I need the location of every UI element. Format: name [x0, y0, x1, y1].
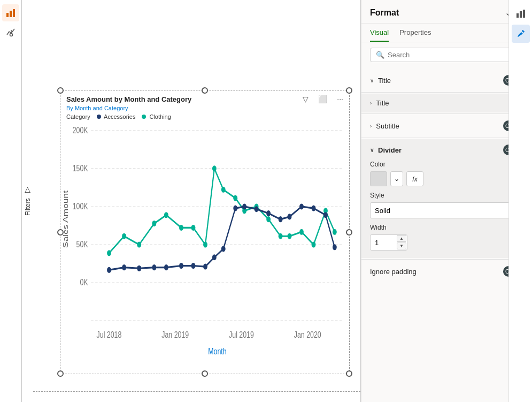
- svg-text:200K: 200K: [73, 124, 88, 135]
- svg-rect-0: [6, 13, 9, 17]
- svg-point-51: [221, 246, 226, 252]
- svg-text:50K: 50K: [76, 239, 88, 249]
- subtitle-section-label: › Subtitle: [370, 122, 399, 130]
- title-section-row[interactable]: ∨ Title On: [361, 70, 532, 91]
- title-chevron: ∨: [370, 78, 374, 84]
- divider-chevron-down: ∨: [370, 147, 374, 153]
- svg-point-31: [221, 187, 226, 193]
- spin-btns: ▲ ▼: [397, 235, 406, 249]
- focus-mode-icon[interactable]: ⬜: [316, 94, 329, 104]
- handle-tl[interactable]: [57, 87, 64, 94]
- spin-down-btn[interactable]: ▼: [397, 242, 406, 249]
- svg-point-24: [137, 241, 141, 247]
- svg-point-37: [288, 233, 292, 239]
- svg-rect-65: [521, 30, 525, 33]
- bar-chart-icon: [6, 8, 16, 18]
- color-swatch[interactable]: [370, 171, 387, 186]
- filters-label[interactable]: Filters ▽: [21, 0, 33, 402]
- style-select[interactable]: Solid Dashed Dotted: [370, 202, 523, 218]
- ignore-padding-row: Ignore padding On: [361, 261, 532, 282]
- svg-rect-1: [10, 11, 12, 17]
- accessories-label: Accessories: [104, 113, 135, 120]
- svg-point-32: [233, 195, 237, 201]
- svg-point-41: [333, 229, 337, 235]
- title-expand-row[interactable]: › Title: [361, 94, 532, 112]
- svg-point-23: [122, 233, 126, 239]
- svg-point-53: [242, 203, 246, 209]
- filter-chart-icon[interactable]: ▽: [300, 94, 311, 104]
- svg-point-39: [312, 241, 316, 247]
- svg-point-49: [203, 264, 207, 270]
- svg-text:0K: 0K: [80, 277, 88, 287]
- handle-tr[interactable]: [346, 87, 352, 94]
- handle-br[interactable]: [346, 370, 352, 377]
- bar-chart-sidebar-btn[interactable]: [2, 4, 19, 21]
- clothing-dot: [142, 115, 146, 119]
- analytics-icon: [6, 27, 16, 37]
- legend-accessories: Accessories: [97, 113, 136, 120]
- svg-point-28: [191, 225, 196, 231]
- format-title: Format: [370, 8, 399, 18]
- divider-expanded-label: ∨ Divider: [370, 146, 402, 154]
- divider-4: [361, 259, 532, 260]
- svg-point-52: [233, 206, 237, 211]
- visualizations-panel-btn[interactable]: [512, 4, 530, 22]
- title-section-label: ∨ Title: [370, 77, 391, 85]
- filters-text: Filters: [24, 198, 32, 216]
- svg-text:150K: 150K: [73, 162, 88, 173]
- tab-properties[interactable]: Properties: [399, 28, 431, 42]
- svg-text:Jan 2020: Jan 2020: [294, 329, 321, 340]
- ignore-padding-label: Ignore padding: [370, 268, 417, 276]
- chart-legend: Category Accessories Clothing: [66, 113, 171, 120]
- width-field-label: Width: [370, 224, 523, 231]
- search-box: 🔍: [370, 48, 523, 62]
- svg-point-56: [279, 216, 283, 222]
- svg-point-57: [288, 214, 292, 219]
- analytics-sidebar-btn[interactable]: [2, 24, 19, 41]
- divider-section: ∨ Divider On Color ⌄ fx Style: [361, 139, 532, 258]
- panel-tabs: Visual Properties ···: [361, 24, 532, 42]
- svg-point-55: [266, 210, 271, 216]
- svg-text:Jul 2019: Jul 2019: [229, 329, 254, 340]
- svg-point-36: [279, 233, 283, 239]
- filter-icon: ▽: [24, 186, 32, 195]
- divider-2: [361, 113, 532, 114]
- line-chart-svg: 200K 150K 100K 50K 0K Sales Amount Jul 2…: [61, 122, 350, 367]
- svg-text:100K: 100K: [73, 201, 88, 211]
- left-sidebar: [0, 0, 21, 402]
- search-input[interactable]: [388, 51, 518, 59]
- svg-point-45: [152, 264, 156, 270]
- svg-point-43: [122, 264, 126, 270]
- svg-point-47: [179, 263, 183, 269]
- svg-rect-64: [523, 10, 525, 18]
- svg-point-60: [323, 212, 328, 218]
- svg-rect-62: [516, 13, 519, 18]
- svg-point-27: [179, 225, 183, 231]
- svg-text:Month: Month: [208, 346, 226, 357]
- accessories-dot: [97, 115, 101, 119]
- handle-bm[interactable]: [202, 370, 208, 377]
- svg-point-58: [299, 203, 304, 209]
- svg-point-26: [164, 212, 168, 218]
- divider-3: [361, 138, 532, 138]
- subtitle-section-row[interactable]: › Subtitle On: [361, 115, 532, 136]
- handle-bl[interactable]: [57, 370, 64, 377]
- svg-point-38: [299, 229, 304, 235]
- tab-visual[interactable]: Visual: [370, 28, 389, 42]
- handle-tm[interactable]: [202, 87, 208, 94]
- svg-point-22: [107, 250, 111, 256]
- svg-rect-63: [520, 11, 522, 18]
- color-dropdown-btn[interactable]: ⌄: [390, 171, 403, 186]
- subtitle-chevron: ›: [370, 123, 372, 129]
- bottom-dashed: [33, 391, 360, 402]
- svg-point-50: [212, 254, 217, 260]
- color-row: ⌄ fx: [370, 171, 523, 186]
- color-field-label: Color: [370, 161, 523, 168]
- title-expand-label: › Title: [370, 99, 389, 107]
- clothing-label: Clothing: [149, 113, 171, 120]
- more-options-icon[interactable]: ···: [335, 94, 345, 104]
- fx-button[interactable]: fx: [406, 171, 423, 186]
- divider-1: [361, 92, 532, 93]
- spin-up-btn[interactable]: ▲: [397, 235, 406, 242]
- format-panel-btn[interactable]: [512, 25, 530, 43]
